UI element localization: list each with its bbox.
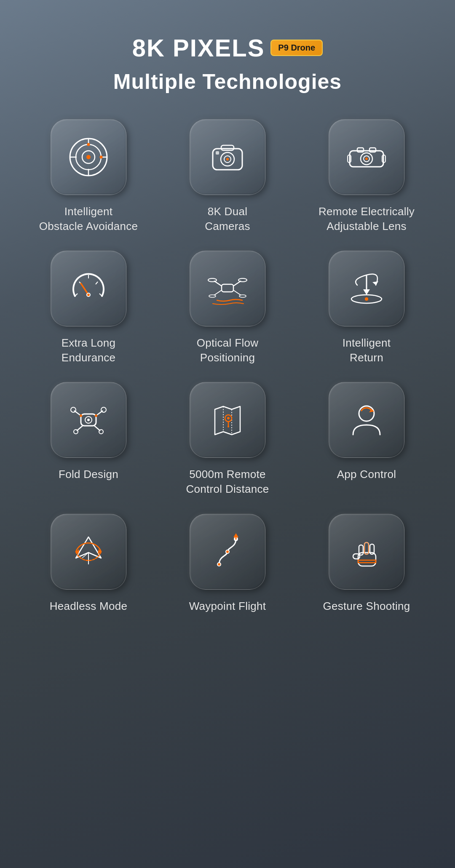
person-icon — [345, 399, 388, 441]
product-badge: P9 Drone — [270, 40, 323, 56]
svg-point-76 — [218, 563, 220, 566]
feature-label-optical-flow: Optical FlowPositioning — [197, 336, 259, 365]
svg-point-40 — [239, 295, 246, 297]
drone-flow-icon — [206, 267, 249, 310]
title-line: 8K PIXELS P9 Drone — [113, 34, 342, 62]
icon-box-map — [190, 382, 265, 458]
feature-headless-mode: Headless Mode — [25, 514, 152, 614]
feature-label-remote-lens: Remote ElectricallyAdjustable Lens — [318, 204, 415, 234]
icon-box-lens — [329, 119, 404, 195]
svg-marker-43 — [372, 281, 378, 285]
icon-box-person — [329, 382, 404, 458]
feature-label-fold-design: Fold Design — [59, 467, 118, 482]
feature-remote-lens: Remote ElectricallyAdjustable Lens — [303, 119, 430, 234]
feature-label-gesture-shooting: Gesture Shooting — [323, 599, 410, 614]
map-icon — [206, 399, 249, 441]
svg-point-61 — [227, 417, 230, 419]
icon-box-speedometer — [51, 251, 126, 326]
svg-point-8 — [87, 143, 90, 146]
svg-line-26 — [99, 294, 102, 296]
svg-line-24 — [75, 294, 78, 296]
svg-point-3 — [86, 155, 91, 159]
page-header: 8K PIXELS P9 Drone Multiple Technologies — [113, 34, 342, 94]
feature-5000m-remote: 5000m RemoteControl Distance — [164, 382, 291, 497]
feature-gesture-shooting: Gesture Shooting — [303, 514, 430, 614]
feature-optical-flow: Optical FlowPositioning — [164, 251, 291, 365]
feature-fold-design: Fold Design — [25, 382, 152, 497]
svg-point-47 — [87, 419, 90, 421]
feature-waypoint-flight: Waypoint Flight — [164, 514, 291, 614]
svg-point-19 — [365, 158, 368, 160]
camera-icon — [206, 136, 249, 178]
speedometer-icon — [67, 267, 110, 310]
svg-point-56 — [74, 430, 78, 434]
plane-icon — [67, 531, 110, 573]
svg-point-44 — [365, 297, 368, 301]
svg-rect-84 — [358, 560, 376, 563]
svg-point-63 — [228, 426, 229, 427]
svg-line-28 — [96, 282, 98, 284]
feature-label-extra-long-endurance: Extra LongEndurance — [62, 336, 116, 365]
feature-8k-dual-cameras: 8K DualCameras — [164, 119, 291, 234]
icon-box-camera — [190, 119, 265, 195]
svg-point-9 — [100, 156, 103, 159]
feature-label-headless-mode: Headless Mode — [50, 599, 128, 614]
feature-label-intelligent-return: IntelligentReturn — [343, 336, 391, 365]
svg-marker-42 — [363, 289, 370, 295]
svg-point-49 — [71, 407, 76, 412]
feature-label-5000m-remote: 5000m RemoteControl Distance — [186, 467, 269, 497]
svg-rect-15 — [216, 151, 219, 155]
feature-extra-long-endurance: Extra LongEndurance — [25, 251, 152, 365]
sub-title: Multiple Technologies — [113, 69, 342, 94]
icon-box-fold — [51, 382, 126, 458]
main-title: 8K PIXELS — [132, 34, 265, 62]
svg-rect-79 — [353, 554, 360, 559]
icon-box-plane — [51, 514, 126, 590]
svg-point-51 — [101, 407, 106, 412]
icon-box-hand — [329, 514, 404, 590]
feature-label-intelligent-obstacle-avoidance: IntelligentObstacle Avoidance — [39, 204, 138, 234]
fold-icon — [67, 399, 110, 441]
svg-line-36 — [233, 290, 241, 295]
hand-icon — [345, 531, 388, 573]
svg-point-53 — [95, 414, 97, 417]
svg-point-38 — [238, 278, 247, 282]
return-icon — [345, 267, 388, 310]
svg-point-13 — [226, 158, 229, 160]
icon-box-waypoint — [190, 514, 265, 590]
feature-label-waypoint-flight: Waypoint Flight — [189, 599, 266, 614]
feature-label-app-control: App Control — [337, 467, 396, 482]
waypoint-icon — [206, 531, 249, 573]
svg-point-37 — [208, 278, 217, 282]
svg-point-57 — [99, 430, 103, 434]
svg-rect-32 — [222, 284, 233, 292]
svg-rect-14 — [221, 145, 234, 150]
feature-intelligent-return: IntelligentReturn — [303, 251, 430, 365]
svg-line-35 — [214, 290, 222, 295]
target-icon — [67, 136, 110, 178]
svg-point-39 — [209, 295, 216, 297]
icon-box-return — [329, 251, 404, 326]
svg-point-52 — [80, 414, 82, 417]
icon-box-drone-flow — [190, 251, 265, 326]
feature-label-8k-dual-cameras: 8K DualCameras — [205, 204, 250, 234]
feature-intelligent-obstacle-avoidance: IntelligentObstacle Avoidance — [25, 119, 152, 234]
features-grid: IntelligentObstacle Avoidance 8K DualCam… — [25, 119, 430, 614]
svg-point-31 — [87, 294, 90, 296]
svg-point-77 — [226, 550, 229, 553]
lens-icon — [345, 136, 388, 178]
svg-marker-75 — [233, 533, 238, 537]
icon-box-target — [51, 119, 126, 195]
feature-app-control: App Control — [303, 382, 430, 497]
